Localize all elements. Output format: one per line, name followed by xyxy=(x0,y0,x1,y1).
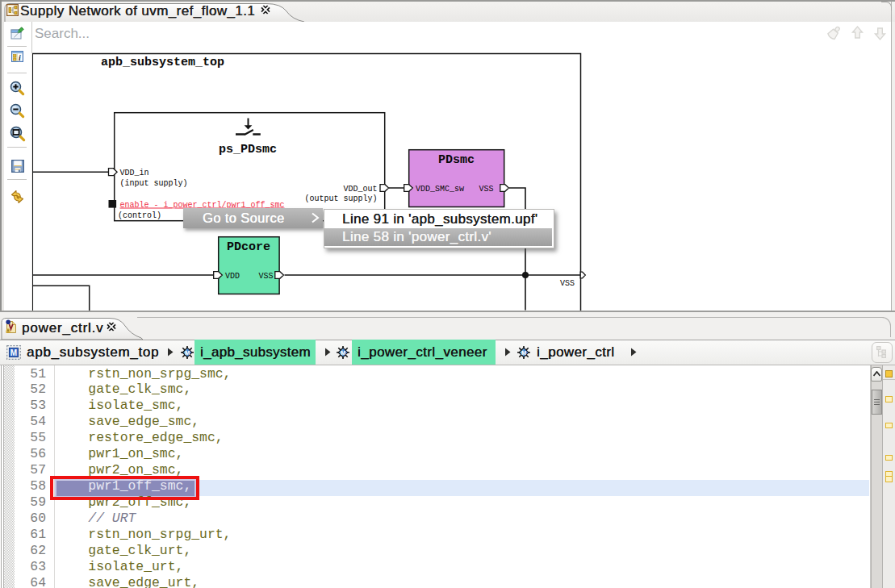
svg-text:(output supply): (output supply) xyxy=(304,194,377,203)
svg-text:(input supply): (input supply) xyxy=(120,179,188,188)
svg-text:VDD_in: VDD_in xyxy=(120,169,149,177)
svg-text:i: i xyxy=(19,53,21,62)
svg-text:M: M xyxy=(521,349,526,357)
svg-text:PDsmc: PDsmc xyxy=(438,153,475,167)
svg-text:(control): (control) xyxy=(118,211,161,220)
svg-text:M: M xyxy=(185,349,190,357)
svg-text:ps_PDsmc: ps_PDsmc xyxy=(219,143,277,156)
svg-text:M: M xyxy=(10,348,17,357)
svg-text:VDD_out: VDD_out xyxy=(343,185,377,194)
svg-text:apb_subsystem_top: apb_subsystem_top xyxy=(101,56,224,69)
svg-text:PDcore: PDcore xyxy=(227,240,270,254)
svg-text:M: M xyxy=(341,349,345,357)
svg-text:VSS: VSS xyxy=(258,272,273,281)
svg-text:VDD_SMC_sw: VDD_SMC_sw xyxy=(416,185,464,194)
svg-text:VDD: VDD xyxy=(225,272,240,281)
svg-text:VSS: VSS xyxy=(560,279,575,288)
svg-text:VSS: VSS xyxy=(479,185,493,194)
